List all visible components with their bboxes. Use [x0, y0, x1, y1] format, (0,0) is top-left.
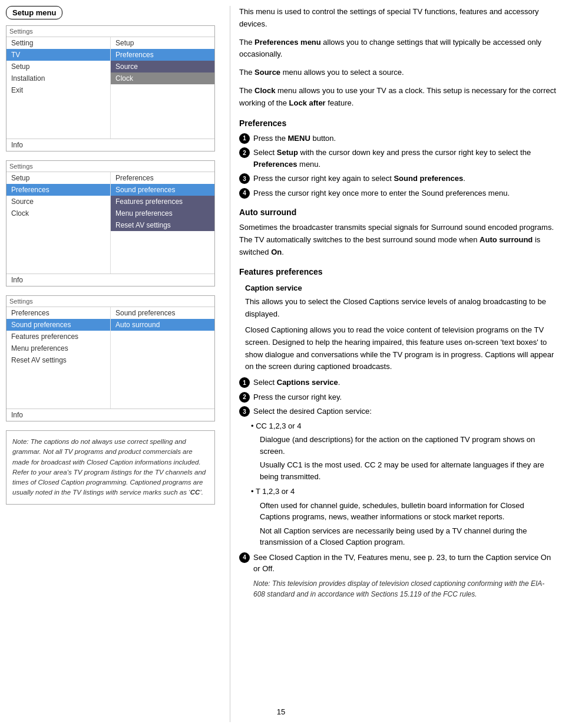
panel3-col2-auto[interactable]: Auto surround — [111, 319, 214, 331]
pref-step-4-text: Press the cursor right key once more to … — [253, 187, 510, 199]
panel2-col1: Setup Preferences Source Clock — [6, 172, 111, 274]
right-column: This menu is used to control the setting… — [230, 6, 556, 722]
caption-step-1: 1 Select Captions service. — [239, 377, 556, 388]
panel1-item-tv[interactable]: TV — [6, 49, 110, 61]
pref-step-1-number: 1 — [239, 133, 250, 144]
panel2-col2-sound[interactable]: Sound preferences — [111, 184, 214, 196]
panel3-col2-empty6 — [111, 384, 214, 394]
intro-para-1: This menu is used to control the setting… — [239, 6, 556, 31]
panel1-col2-clock[interactable]: Clock — [111, 73, 214, 84]
panel2-empty3 — [6, 241, 110, 251]
caption-step-1-number: 1 — [239, 377, 250, 388]
panel3-empty4 — [6, 398, 110, 409]
settings-panel-1: Settings Setting TV Setup Installation E… — [6, 25, 215, 151]
pref-step-1-text: Press the MENU button. — [253, 133, 336, 144]
caption-step-4: 4 See Closed Caption in the TV, Features… — [239, 552, 556, 575]
pref-step-4: 4 Press the cursor right key once more t… — [239, 187, 556, 199]
panel1-footer: Info — [6, 139, 214, 151]
panel1-col2-preferences[interactable]: Preferences — [111, 49, 214, 61]
panel1-col1: Setting TV Setup Installation Exit — [6, 37, 111, 139]
panel1-item-empty2 — [6, 107, 110, 117]
caption-step-4-number: 4 — [239, 552, 250, 563]
panel2-empty1 — [6, 219, 110, 230]
panel3-col2-empty5 — [111, 373, 214, 384]
preferences-section-title: Preferences — [239, 118, 556, 128]
panel3-item-features[interactable]: Features preferences — [6, 331, 110, 342]
page-number: 15 — [277, 707, 285, 716]
panel1-item-empty4 — [6, 128, 110, 139]
auto-surround-title: Auto surround — [239, 207, 556, 217]
panel2-col2-menu[interactable]: Menu preferences — [111, 207, 214, 219]
panel3-empty1 — [6, 366, 110, 377]
pref-step-1: 1 Press the MENU button. — [239, 133, 556, 144]
caption-note-italic: Note: This television provides display o… — [239, 578, 556, 599]
panel3-footer: Info — [6, 409, 214, 421]
panel1-header: Settings — [6, 26, 214, 37]
panel2-empty5 — [6, 262, 110, 272]
panel1-item-setup[interactable]: Setup — [6, 61, 110, 73]
panel3-header: Settings — [6, 296, 214, 307]
bullet-cc: • CC 1,2,3 or 4 Dialogue (and descriptio… — [251, 420, 556, 483]
panel2-col2: Preferences Sound preferences Features p… — [111, 172, 214, 274]
pref-step-2-text: Select Setup with the cursor down key an… — [253, 147, 556, 170]
panel3-col2: Sound preferences Auto surround — [111, 307, 214, 409]
panel2-col2-empty3 — [111, 252, 214, 263]
panel1-col2-empty2 — [111, 95, 214, 106]
caption-body-1: This allows you to select the Closed Cap… — [239, 296, 556, 321]
bullet-cc-header: • CC 1,2,3 or 4 — [251, 420, 556, 432]
panel3-item-pref[interactable]: Preferences — [6, 307, 110, 319]
panel2-empty2 — [6, 230, 110, 241]
panel3-item-sound[interactable]: Sound preferences — [6, 319, 110, 331]
caption-step-2-number: 2 — [239, 392, 250, 403]
bullet-cc-line2: Usually CC1 is the most used. CC 2 may b… — [251, 459, 556, 482]
intro-para-3: The Source menu allows you to select a s… — [239, 67, 556, 79]
panel3-col2-sound-hdr: Sound preferences — [111, 307, 214, 319]
left-column: Setup menu Settings Setting TV Setup Ins… — [6, 6, 230, 722]
panel2-item-clock[interactable]: Clock — [6, 207, 110, 219]
settings-panel-2: Settings Setup Preferences Source Clock … — [6, 160, 215, 286]
panel1-item-empty1 — [6, 96, 110, 107]
note-text: Note: The captions do not always use cor… — [12, 438, 206, 496]
panel3-empty3 — [6, 387, 110, 398]
panel3-col2-empty1 — [111, 331, 214, 341]
intro-para-4: The Clock menu allows you to use your TV… — [239, 85, 556, 110]
panel2-col2-reset[interactable]: Reset AV settings — [111, 219, 214, 231]
caption-step-1-text: Select Captions service. — [253, 377, 340, 388]
bullet-t: • T 1,2,3 or 4 Often used for channel gu… — [251, 486, 556, 548]
panel3-empty2 — [6, 377, 110, 387]
setup-menu-header: Setup menu — [6, 6, 62, 19]
panel2-col2-empty2 — [111, 242, 214, 252]
settings-panel-3: Settings Preferences Sound preferences F… — [6, 295, 215, 421]
panel2-item-source[interactable]: Source — [6, 196, 110, 207]
panel1-item-exit[interactable]: Exit — [6, 84, 110, 96]
panel3-item-reset[interactable]: Reset AV settings — [6, 354, 110, 366]
panel3-col1: Preferences Sound preferences Features p… — [6, 307, 111, 409]
panel3-item-menu[interactable]: Menu preferences — [6, 342, 110, 354]
caption-step-3-text: Select the desired Caption service: — [253, 406, 372, 417]
bullet-t-line2: Not all Caption services are necessarily… — [251, 525, 556, 548]
panel1-col2-setup: Setup — [111, 37, 214, 49]
panel3-col2-empty7 — [111, 394, 214, 405]
caption-step-2: 2 Press the cursor right key. — [239, 391, 556, 403]
panel1-col2-empty1 — [111, 84, 214, 95]
bullet-cc-line1: Dialogue (and descriptions) for the acti… — [251, 434, 556, 457]
panel1-item-installation[interactable]: Installation — [6, 73, 110, 84]
pref-step-4-number: 4 — [239, 188, 250, 199]
panel1-col2-source[interactable]: Source — [111, 61, 214, 73]
panel1-item-empty3 — [6, 117, 110, 128]
panel1-col2: Setup Preferences Source Clock — [111, 37, 214, 139]
pref-step-2: 2 Select Setup with the cursor down key … — [239, 147, 556, 170]
panel2-col2-features[interactable]: Features preferences — [111, 196, 214, 207]
caption-step-3: 3 Select the desired Caption service: — [239, 406, 556, 417]
panel3-col2-empty3 — [111, 352, 214, 363]
panel2-item-setup[interactable]: Setup — [6, 172, 110, 184]
caption-body-2: Closed Captioning allows you to read the… — [239, 324, 556, 373]
features-section-title: Features preferences — [239, 267, 556, 276]
panel2-footer: Info — [6, 274, 214, 286]
panel3-col2-empty4 — [111, 363, 214, 373]
pref-step-2-number: 2 — [239, 147, 250, 158]
panel1-col2-empty3 — [111, 106, 214, 116]
bullet-t-line1: Often used for channel guide, schedules,… — [251, 500, 556, 523]
panel2-item-preferences[interactable]: Preferences — [6, 184, 110, 196]
panel3-col2-empty2 — [111, 341, 214, 352]
